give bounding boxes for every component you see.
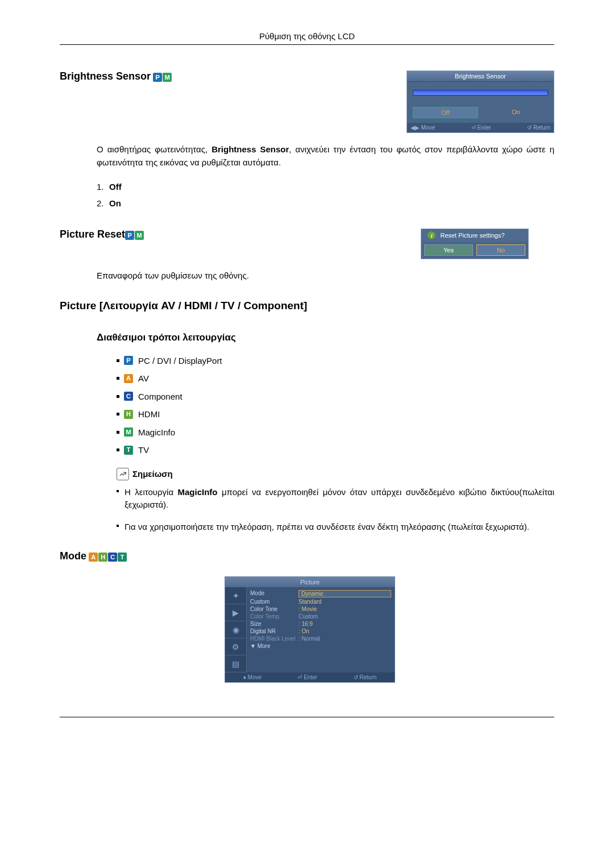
picture-osd-panel: Picture ✦ ▶ ◉ ⚙ ▤ ModeDynamicCustomStand… bbox=[225, 576, 395, 683]
brightness-title: Brightness Sensor bbox=[60, 70, 151, 82]
page-header: Ρύθμιση της οθόνης LCD bbox=[60, 31, 554, 45]
mode-item: A AV bbox=[117, 369, 554, 388]
brightness-options-list: 1.Off 2.On bbox=[97, 179, 554, 211]
note-item: Η λειτουργία MagicInfo μπορεί να ενεργοπ… bbox=[117, 486, 554, 512]
osd-row[interactable]: CustomStandard bbox=[250, 598, 391, 605]
mode-item: C Component bbox=[117, 388, 554, 406]
osd-row-value: Standard bbox=[298, 599, 391, 605]
p-icon: P bbox=[124, 356, 133, 365]
osd-row[interactable]: HDMI Black Level: Normal bbox=[250, 635, 391, 642]
footer-rule bbox=[60, 717, 554, 717]
mode-label: HDMI bbox=[138, 405, 160, 423]
osd-row-label: Color Temp. bbox=[250, 613, 298, 620]
osd-enter-hint: ⏎ Enter bbox=[471, 124, 491, 131]
reset-question: Reset Picture settings? bbox=[440, 232, 504, 239]
osd-row[interactable]: Size: 16:9 bbox=[250, 620, 391, 628]
mode-label: PC / DVI / DisplayPort bbox=[138, 352, 222, 370]
sidebar-picture-icon[interactable]: ✦ bbox=[225, 587, 246, 604]
modes-list: P PC / DVI / DisplayPort A AV C Componen… bbox=[117, 352, 554, 459]
osd-row-label: Custom bbox=[250, 599, 298, 605]
mode-item: T TV bbox=[117, 441, 554, 459]
osd-return-hint: ↺ Return bbox=[354, 674, 377, 680]
osd-return-hint: ↺ Return bbox=[527, 124, 550, 131]
note-heading: Σημείωση bbox=[117, 468, 554, 480]
osd-sidebar: ✦ ▶ ◉ ⚙ ▤ bbox=[225, 587, 247, 672]
m-icon: M bbox=[135, 231, 144, 240]
osd-row-value: : 16:9 bbox=[298, 621, 391, 627]
osd-row-value: : Normal bbox=[298, 636, 391, 642]
osd-row-value: : On bbox=[298, 628, 391, 634]
note-item: Για να χρησιμοποιήσετε την τηλεόραση, πρ… bbox=[117, 521, 554, 534]
m-icon: M bbox=[163, 73, 172, 82]
h-icon: H bbox=[124, 410, 133, 419]
picture-osd-title: Picture bbox=[225, 577, 395, 587]
brightness-osd-panel: Brightness Sensor Off On ◀▶ Move ⏎ Enter… bbox=[406, 70, 554, 133]
sidebar-display-icon[interactable]: ▶ bbox=[225, 604, 246, 621]
mode-title: Mode bbox=[60, 550, 86, 562]
osd-row-label: HDMI Black Level bbox=[250, 636, 298, 642]
modes-subtitle: Διαθέσιμοι τρόποι λειτουργίας bbox=[97, 332, 554, 343]
yes-button[interactable]: Yes bbox=[424, 244, 473, 256]
c-icon: C bbox=[124, 392, 133, 401]
osd-row-value: Dynamic bbox=[298, 590, 391, 597]
t-icon: T bbox=[124, 446, 133, 455]
osd-move-hint: ◀▶ Move bbox=[410, 124, 435, 131]
picture-reset-title: Picture Reset bbox=[60, 229, 125, 240]
t-icon: T bbox=[118, 553, 127, 562]
h-icon: H bbox=[98, 553, 107, 562]
osd-title: Brightness Sensor bbox=[407, 71, 554, 82]
no-button[interactable]: No bbox=[476, 244, 525, 256]
osd-enter-hint: ⏎ Enter bbox=[297, 674, 317, 680]
mode-item: M MagicInfo bbox=[117, 423, 554, 442]
mode-item: H HDMI bbox=[117, 405, 554, 423]
osd-row[interactable]: Color Temp.Custom bbox=[250, 613, 391, 620]
mode-label: AV bbox=[138, 369, 149, 388]
brightness-description: Ο αισθητήρας φωτεινότητας, Brightness Se… bbox=[97, 143, 554, 169]
mode-label: Component bbox=[138, 388, 182, 406]
osd-row-label: Mode bbox=[250, 590, 298, 597]
sidebar-settings-icon[interactable]: ◉ bbox=[225, 621, 246, 638]
p-icon: P bbox=[125, 231, 134, 240]
note-icon bbox=[117, 468, 129, 480]
p-icon: P bbox=[153, 73, 162, 82]
picture-av-title: Picture [Λειτουργία AV / HDMI / TV / Com… bbox=[60, 300, 307, 312]
osd-row-value: : Movie bbox=[298, 606, 391, 612]
osd-row-label: ▼ More bbox=[250, 643, 298, 649]
osd-row-label: Digital NR bbox=[250, 628, 298, 634]
a-icon: A bbox=[89, 553, 98, 562]
mode-label: TV bbox=[138, 441, 149, 459]
osd-row[interactable]: ModeDynamic bbox=[250, 589, 391, 598]
osd-row-label: Color Tone bbox=[250, 606, 298, 612]
osd-row-value: Custom bbox=[298, 613, 391, 620]
osd-row[interactable]: Color Tone: Movie bbox=[250, 605, 391, 613]
osd-off-button[interactable]: Off bbox=[413, 107, 478, 118]
osd-move-hint: ♦ Move bbox=[243, 674, 262, 680]
osd-row-label: Size bbox=[250, 621, 298, 627]
a-icon: A bbox=[124, 374, 133, 383]
osd-row[interactable]: Digital NR: On bbox=[250, 628, 391, 635]
mode-item: P PC / DVI / DisplayPort bbox=[117, 352, 554, 370]
osd-on-button[interactable]: On bbox=[484, 107, 548, 118]
note-list: Η λειτουργία MagicInfo μπορεί να ενεργοπ… bbox=[117, 486, 554, 534]
osd-slider-bar[interactable] bbox=[413, 90, 548, 95]
mode-label: MagicInfo bbox=[138, 423, 175, 442]
m-icon: M bbox=[124, 427, 133, 437]
c-icon: C bbox=[108, 553, 117, 562]
osd-main-area: ModeDynamicCustomStandardColor Tone: Mov… bbox=[247, 587, 395, 672]
osd-slider-area bbox=[407, 82, 554, 103]
osd-row[interactable]: ▼ More bbox=[250, 642, 391, 650]
info-icon: i bbox=[428, 231, 435, 239]
sidebar-gear-icon[interactable]: ⚙ bbox=[225, 638, 246, 655]
reset-description: Επαναφορά των ρυθμίσεων της οθόνης. bbox=[97, 269, 554, 283]
reset-dialog: i Reset Picture settings? Yes No bbox=[421, 229, 529, 259]
sidebar-multi-icon[interactable]: ▤ bbox=[225, 655, 246, 672]
